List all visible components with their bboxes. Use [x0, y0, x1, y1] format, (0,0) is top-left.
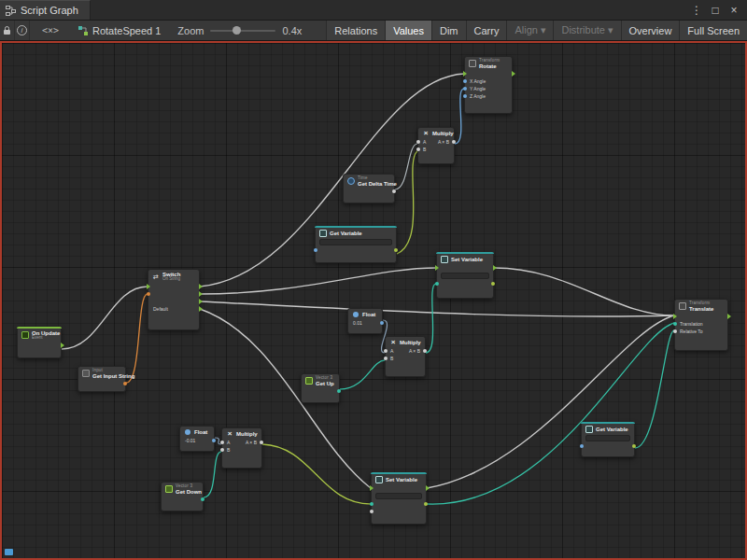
- variable-name-field[interactable]: [585, 435, 630, 441]
- data-port[interactable]: [380, 321, 384, 325]
- node-switch-on-string[interactable]: ⇄SwitchOn StringDefault: [148, 269, 200, 330]
- node-multiply-top[interactable]: ×MultiplyAA × BB: [417, 127, 455, 164]
- data-port[interactable]: [384, 357, 388, 360]
- data-port[interactable]: [123, 382, 127, 385]
- zoom-control: Zoom 0.4x: [170, 21, 309, 40]
- toolbar-button-relations[interactable]: Relations: [326, 21, 385, 40]
- port-label: B: [423, 147, 426, 152]
- variable-name-field[interactable]: [375, 493, 422, 499]
- info-button[interactable]: i: [15, 21, 30, 40]
- node-vector3-get-up[interactable]: Vector 3Get Up: [301, 373, 340, 403]
- toolbar-button-full-screen[interactable]: Full Screen: [679, 21, 747, 40]
- flow-port[interactable]: [463, 71, 467, 77]
- data-port[interactable]: [260, 441, 263, 444]
- node-port-row: [344, 188, 394, 195]
- data-port[interactable]: [147, 292, 150, 296]
- node-get-input-string[interactable]: InputGet Input String: [78, 366, 126, 392]
- flow-port[interactable]: [199, 306, 203, 312]
- data-port[interactable]: [220, 441, 224, 444]
- data-port[interactable]: [424, 502, 428, 506]
- node-multiply-bot[interactable]: ×MultiplyAA × BB: [221, 427, 262, 469]
- data-port[interactable]: [394, 248, 398, 252]
- node-title: Get Variable: [330, 231, 362, 236]
- flow-port[interactable]: [512, 71, 515, 77]
- flow-port[interactable]: [493, 265, 497, 271]
- data-port[interactable]: [435, 282, 439, 286]
- flow-port[interactable]: [199, 284, 203, 289]
- flow-port[interactable]: [147, 284, 150, 289]
- data-port[interactable]: [337, 389, 341, 393]
- lock-button[interactable]: [0, 21, 15, 40]
- flow-port[interactable]: [199, 291, 203, 297]
- node-translate[interactable]: TransformTranslateTranslationRelative To: [674, 299, 728, 351]
- port-label: 0.01: [353, 320, 362, 326]
- node-header: Vector 3Get Down: [162, 483, 203, 496]
- flow-port[interactable]: [61, 343, 64, 348]
- node-port-row: [302, 387, 339, 395]
- toolbar-button-overview[interactable]: Overview: [621, 21, 680, 40]
- variable-name-field[interactable]: [441, 273, 489, 279]
- flow-port[interactable]: [673, 314, 677, 319]
- menu-icon[interactable]: ⋮: [687, 0, 706, 21]
- data-port[interactable]: [416, 147, 420, 151]
- tab-script-graph[interactable]: Script Graph: [0, 0, 91, 20]
- node-port-row: B: [386, 355, 425, 362]
- title-bar: Script Graph ⋮ □ ×: [0, 0, 747, 21]
- port-label: Default: [153, 306, 168, 312]
- zoom-slider[interactable]: [210, 30, 275, 32]
- data-port[interactable]: [384, 349, 388, 353]
- maximize-icon[interactable]: □: [706, 0, 725, 21]
- variable-name-field[interactable]: [319, 239, 392, 245]
- flow-port[interactable]: [370, 485, 374, 491]
- flow-port[interactable]: [426, 485, 430, 491]
- data-port[interactable]: [632, 444, 636, 448]
- data-port[interactable]: [220, 448, 224, 452]
- node-float-up[interactable]: Float0.01: [347, 308, 383, 334]
- node-get-variable-right[interactable]: Get Variable: [581, 422, 635, 457]
- node-layer: On UpdateEventInputGet Input String⇄Swit…: [0, 0, 747, 560]
- data-port[interactable]: [201, 497, 204, 501]
- data-port[interactable]: [580, 444, 584, 448]
- toolbar-button-values[interactable]: Values: [385, 21, 431, 40]
- close-icon[interactable]: ×: [725, 0, 743, 21]
- data-port[interactable]: [673, 322, 677, 326]
- flow-port[interactable]: [435, 265, 439, 271]
- data-port[interactable]: [416, 140, 420, 144]
- toolbar-button-align: Align ▾: [506, 21, 553, 40]
- data-port[interactable]: [673, 329, 677, 333]
- data-port[interactable]: [423, 349, 427, 353]
- flow-port[interactable]: [199, 299, 203, 304]
- code-view-button[interactable]: <×>: [30, 21, 54, 40]
- node-get-delta-time[interactable]: TimeGet Delta Time: [343, 174, 395, 203]
- data-port[interactable]: [370, 510, 374, 513]
- data-port[interactable]: [463, 94, 467, 98]
- data-port[interactable]: [463, 79, 467, 83]
- zoom-slider-handle[interactable]: [233, 26, 241, 35]
- data-port[interactable]: [370, 502, 374, 506]
- data-port[interactable]: [463, 87, 467, 91]
- node-on-update[interactable]: On UpdateEvent: [17, 327, 62, 358]
- data-port[interactable]: [392, 189, 396, 193]
- port-label: A × B: [409, 348, 420, 354]
- node-port-row: AA × B: [386, 347, 425, 355]
- node-multiply-mid[interactable]: ×MultiplyAA × BB: [385, 336, 426, 377]
- data-port[interactable]: [314, 248, 317, 252]
- node-set-variable-mid[interactable]: Set Variable: [436, 252, 494, 299]
- flow-port[interactable]: [727, 314, 731, 319]
- graph-breadcrumb[interactable]: RotateSpeed 1: [69, 21, 170, 40]
- port-label: B: [227, 447, 230, 453]
- toolbar-button-carry[interactable]: Carry: [466, 21, 507, 40]
- clipped-node-fragment[interactable]: [5, 549, 13, 555]
- node-vector3-get-down[interactable]: Vector 3Get Down: [161, 482, 204, 511]
- node-get-variable-top[interactable]: Get Variable: [315, 226, 397, 263]
- toolbar-button-dim[interactable]: Dim: [431, 21, 466, 40]
- data-port[interactable]: [491, 282, 495, 286]
- node-port-row: [316, 246, 396, 254]
- node-float-down[interactable]: Float-0.01: [179, 426, 215, 452]
- node-rotate[interactable]: TransformRotateX AngleY AngleZ Angle: [464, 56, 513, 114]
- node-set-variable-bot[interactable]: Set Variable: [371, 472, 427, 525]
- node-port-row: [148, 283, 199, 290]
- data-port[interactable]: [452, 140, 456, 144]
- node-port-row: [465, 70, 512, 77]
- data-port[interactable]: [212, 439, 216, 442]
